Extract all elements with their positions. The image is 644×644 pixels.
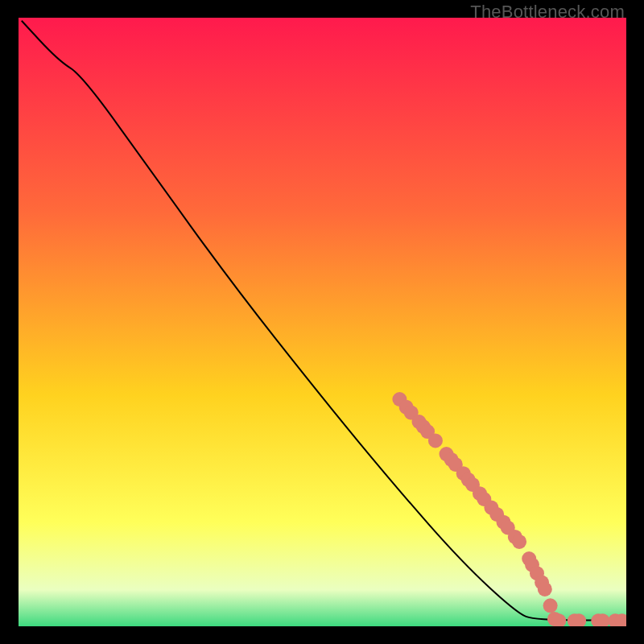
data-point <box>543 598 558 613</box>
chart-frame: TheBottleneck.com <box>0 0 644 644</box>
bottleneck-chart <box>19 18 626 626</box>
data-point <box>428 433 443 448</box>
data-point <box>512 535 526 549</box>
plot-background <box>19 18 626 626</box>
data-point <box>538 582 552 597</box>
